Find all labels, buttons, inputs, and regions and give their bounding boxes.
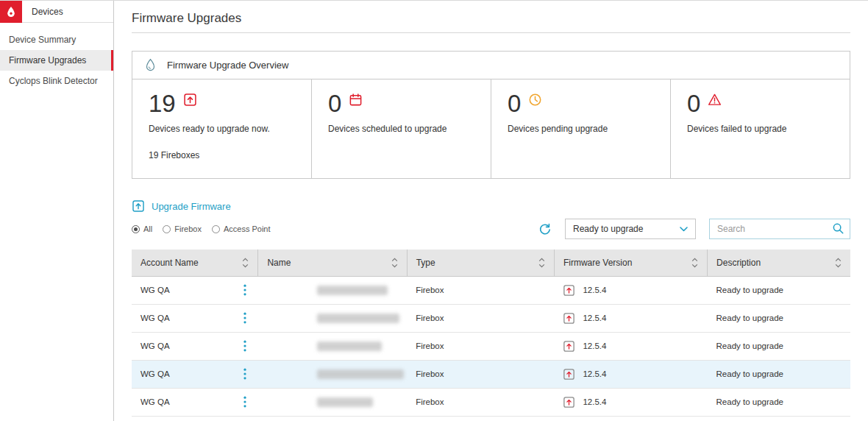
row-menu-kebab-icon[interactable] (241, 395, 249, 409)
calendar-icon (349, 93, 363, 107)
stat-scheduled-value: 0 (328, 91, 341, 116)
device-name-redacted (317, 342, 382, 351)
clock-icon (528, 93, 542, 107)
stat-ready-subtext: 19 Fireboxes (149, 150, 298, 160)
account-name: WG QA (140, 397, 170, 406)
account-name: WG QA (140, 314, 170, 322)
upgrade-ready-icon (563, 368, 575, 381)
status-filter-value: Ready to upgrade (573, 224, 643, 234)
upgrade-firmware-link[interactable]: Upgrade Firmware (132, 199, 231, 213)
stat-failed-value: 0 (687, 91, 700, 116)
firmware-version: 12.5.4 (583, 397, 606, 406)
column-label: Account Name (140, 258, 199, 268)
sort-icon[interactable] (538, 258, 545, 268)
status-filter-select[interactable]: Ready to upgrade (565, 219, 696, 239)
sort-icon[interactable] (242, 258, 249, 268)
upgrade-status: Ready to upgrade (708, 304, 850, 332)
right-controls: Ready to upgrade (538, 219, 850, 239)
stat-ready-to-upgrade: 19 Devices ready to upgrade now. 19 Fire… (132, 79, 311, 178)
sidebar-item-cyclops-blink-detector[interactable]: Cyclops Blink Detector (0, 71, 113, 91)
sidebar: Devices Device Summary Firmware Upgrades… (0, 1, 114, 421)
filter-radio-firebox[interactable]: Firebox (163, 224, 202, 233)
sort-icon[interactable] (835, 258, 842, 268)
stat-pending-value: 0 (508, 91, 521, 116)
device-type: Firebox (407, 332, 554, 360)
filter-radio-all[interactable]: All (132, 224, 152, 233)
upgrade-ready-icon (563, 340, 575, 353)
firmware-drop-icon (144, 58, 157, 72)
column-label: Type (416, 258, 435, 268)
radio-icon (163, 225, 171, 233)
device-type: Firebox (407, 304, 554, 332)
overview-card-header: Firmware Upgrade Overview (132, 52, 850, 79)
radio-selected-icon (132, 225, 140, 233)
upgrade-status: Ready to upgrade (708, 332, 850, 360)
watchguard-logo[interactable] (0, 1, 22, 23)
search-input[interactable] (709, 219, 850, 239)
firmware-version: 12.5.4 (583, 314, 606, 322)
row-menu-kebab-icon[interactable] (241, 339, 249, 353)
radio-label: Access Point (224, 224, 271, 233)
stat-failed-caption: Devices failed to upgrade (687, 124, 836, 134)
stat-pending: 0 Devices pending upgrade (491, 79, 670, 178)
radio-icon (212, 225, 220, 233)
sort-icon[interactable] (691, 258, 698, 268)
device-type-filter: All Firebox Access Point (132, 224, 271, 233)
sidebar-item-firmware-upgrades[interactable]: Firmware Upgrades (0, 50, 113, 71)
overview-stats: 19 Devices ready to upgrade now. 19 Fire… (132, 79, 850, 178)
row-menu-kebab-icon[interactable] (241, 367, 249, 381)
table-header-row: Account Name Name Type Firmware Version … (132, 250, 850, 276)
app-window: Devices Device Summary Firmware Upgrades… (0, 0, 868, 421)
search-box (709, 219, 850, 239)
column-label: Name (267, 258, 291, 268)
account-name: WG QA (140, 342, 170, 350)
device-type: Firebox (407, 388, 554, 416)
stat-scheduled: 0 Devices scheduled to upgrade (311, 79, 491, 178)
table-row[interactable]: WG QA Firebox 12.5.4 Ready to upgrade (132, 276, 850, 304)
upgrade-ready-icon (563, 312, 575, 325)
device-name-redacted (317, 286, 388, 295)
chevron-down-icon (680, 227, 688, 232)
table-row-highlighted[interactable]: WG QA Firebox 12.5.4 Ready to upgrade (132, 360, 850, 388)
column-header-account-name[interactable]: Account Name (132, 250, 258, 276)
stat-pending-caption: Devices pending upgrade (508, 124, 657, 134)
device-type: Firebox (407, 360, 554, 388)
sidebar-item-device-summary[interactable]: Device Summary (0, 29, 113, 50)
column-header-firmware-version[interactable]: Firmware Version (554, 250, 707, 276)
sort-icon[interactable] (391, 258, 398, 268)
column-header-type[interactable]: Type (407, 250, 554, 276)
column-header-name[interactable]: Name (258, 250, 407, 276)
row-menu-kebab-icon[interactable] (241, 283, 249, 297)
firmware-version: 12.5.4 (583, 369, 606, 378)
upgrade-status: Ready to upgrade (708, 276, 850, 304)
search-icon[interactable] (832, 222, 844, 235)
stat-ready-value: 19 (149, 91, 176, 116)
sidebar-nav: Device Summary Firmware Upgrades Cyclops… (0, 23, 113, 91)
column-label: Firmware Version (563, 258, 632, 268)
table-row[interactable]: WG QA Firebox 12.5.4 Ready to upgrade (132, 388, 850, 416)
page-title: Firmware Upgrades (132, 11, 850, 26)
warning-icon (708, 93, 722, 107)
device-type: Firebox (407, 276, 554, 304)
device-name-redacted (317, 314, 399, 323)
sidebar-title: Devices (32, 7, 63, 17)
device-name-redacted (317, 397, 373, 407)
upgrade-status: Ready to upgrade (708, 360, 850, 388)
title-divider (132, 32, 850, 33)
upload-icon (132, 199, 145, 213)
overview-card: Firmware Upgrade Overview 19 Devices rea… (132, 51, 850, 179)
devices-table: Account Name Name Type Firmware Version … (132, 250, 850, 417)
radio-label: All (143, 224, 152, 233)
row-menu-kebab-icon[interactable] (241, 311, 249, 325)
refresh-button[interactable] (538, 222, 552, 236)
table-row[interactable]: WG QA Firebox 12.5.4 Ready to upgrade (132, 304, 850, 332)
filter-radio-access-point[interactable]: Access Point (212, 224, 271, 233)
drop-icon (4, 5, 18, 18)
overview-card-title: Firmware Upgrade Overview (167, 60, 288, 71)
upgrade-firmware-label: Upgrade Firmware (152, 201, 231, 212)
sidebar-header: Devices (0, 1, 113, 23)
column-header-description[interactable]: Description (708, 250, 850, 276)
device-name-redacted (317, 369, 404, 379)
table-row[interactable]: WG QA Firebox 12.5.4 Ready to upgrade (132, 332, 850, 360)
upgrade-ready-icon (563, 396, 575, 408)
